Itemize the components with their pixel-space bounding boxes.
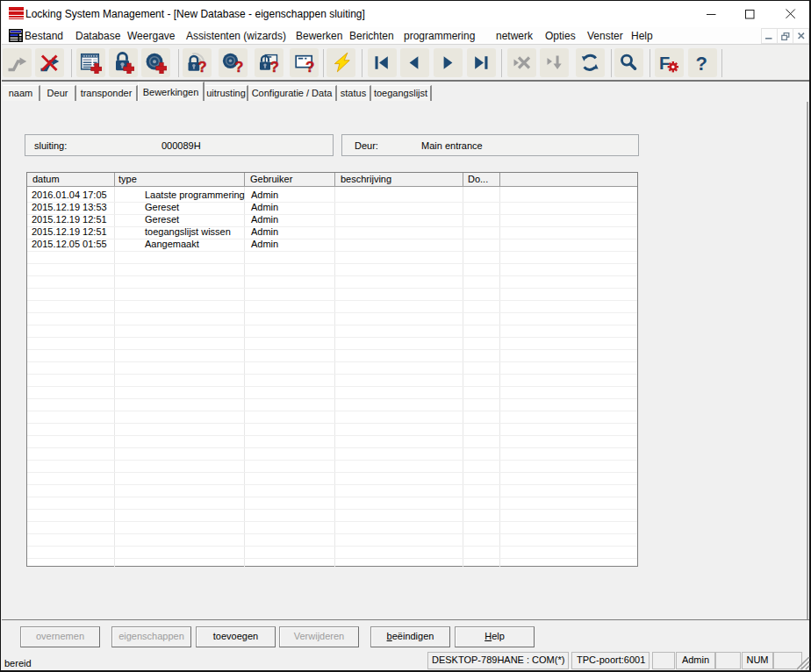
svg-text:?: ? bbox=[696, 53, 707, 75]
svg-text:F: F bbox=[659, 54, 670, 73]
svg-text:?: ? bbox=[305, 59, 314, 74]
svg-text:?: ? bbox=[234, 59, 243, 75]
svg-text:?: ? bbox=[270, 59, 279, 75]
svg-text:?: ? bbox=[197, 59, 206, 75]
